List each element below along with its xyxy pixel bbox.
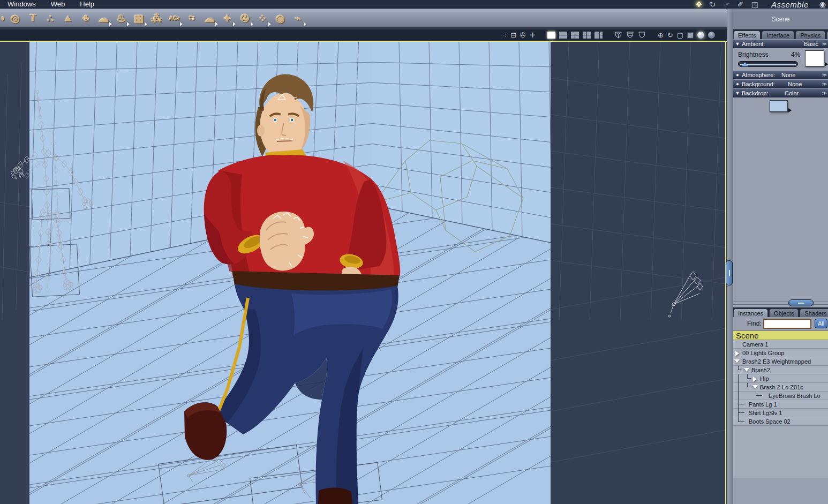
crowd-icon[interactable]: ⁘: [254, 10, 272, 26]
flat-shade-cube-icon[interactable]: [687, 32, 694, 39]
target-icon[interactable]: ◉: [272, 10, 289, 26]
ocean-icon[interactable]: ≈: [183, 10, 201, 26]
backdrop-section-header[interactable]: ▼ Backdrop: Color ≫: [733, 89, 828, 97]
rotation-icon[interactable]: ↻: [667, 32, 673, 39]
auto-group-icon[interactable]: AGr: [165, 10, 183, 26]
textured-sphere-icon[interactable]: [708, 32, 715, 39]
box-room-icon[interactable]: ◳: [751, 1, 758, 8]
checker-plate-icon[interactable]: ▦: [130, 10, 148, 26]
tree-row-eyebrows[interactable]: EyeBrows Brash Lo: [733, 392, 828, 400]
ambient-color-swatch[interactable]: [805, 50, 824, 66]
expand-down-icon[interactable]: [752, 385, 758, 389]
tree-row-hip[interactable]: Hip: [733, 374, 828, 383]
flyout-arrow-icon: [251, 22, 253, 26]
menu-windows[interactable]: Windows: [0, 0, 43, 9]
grass-icon[interactable]: ⁂: [148, 10, 165, 26]
collapse-triangle-icon[interactable]: ▼: [733, 91, 742, 96]
menu-web[interactable]: Web: [43, 0, 73, 9]
expand-right-icon[interactable]: [735, 351, 739, 356]
panel-splitter[interactable]: [733, 298, 828, 307]
expand-down-icon[interactable]: [744, 368, 749, 372]
fire-icon[interactable]: ♨: [112, 10, 130, 26]
layout-single-icon[interactable]: [547, 32, 555, 39]
movie-camera-icon[interactable]: ✇: [236, 10, 254, 26]
particle-sphere-icon[interactable]: ⁖: [503, 32, 507, 39]
tab-shaders[interactable]: Shaders: [800, 309, 828, 317]
direction-sphere-icon[interactable]: ⊕: [658, 32, 664, 39]
cloud-icon[interactable]: ☁: [95, 10, 112, 26]
background-section-header[interactable]: ● Background: None ≫: [733, 80, 828, 88]
clipped-tool-icon[interactable]: ◗: [0, 10, 6, 26]
drawer-handle-horizontal[interactable]: [788, 299, 814, 306]
backdrop-color-swatch[interactable]: [770, 100, 788, 112]
bone-icon[interactable]: ⌁: [289, 10, 307, 26]
menu-help[interactable]: Help: [72, 0, 102, 9]
chevron-icon[interactable]: ≫: [822, 91, 827, 96]
collapse-triangle-icon[interactable]: ▼: [733, 41, 742, 47]
tree-icon[interactable]: ♣: [77, 10, 95, 26]
chevron-icon[interactable]: ≫: [822, 81, 827, 87]
text-tool-icon[interactable]: T: [24, 10, 42, 26]
tree-row-pants[interactable]: Pants Lg 1: [733, 400, 828, 409]
backdrop-value[interactable]: Color: [785, 90, 799, 96]
rotate-hand-icon[interactable]: ↻: [710, 1, 716, 8]
tab-instances[interactable]: Instances: [733, 309, 768, 317]
tree-label: Pants Lg 1: [749, 401, 777, 409]
expand-right-icon[interactable]: [753, 377, 757, 382]
ambient-section-header[interactable]: ▼ Ambient: Basic ≫: [733, 40, 828, 48]
production-frame-icon[interactable]: [614, 31, 622, 39]
tree-row-boots[interactable]: Boots Space 02: [733, 417, 828, 426]
node-tree-icon[interactable]: ⊟: [510, 32, 516, 39]
point-hand-icon[interactable]: ☞: [723, 1, 730, 8]
pan-hand-icon[interactable]: ✥: [696, 1, 702, 8]
terrain-icon[interactable]: ▲: [59, 10, 77, 26]
viewport-3d-canvas[interactable]: [0, 41, 727, 504]
expand-down-icon[interactable]: [734, 359, 740, 363]
layout-grid-4-icon[interactable]: [583, 32, 591, 39]
layout-big-small-icon[interactable]: [594, 32, 603, 39]
background-value[interactable]: None: [788, 81, 802, 87]
spotlight-icon[interactable]: ✦: [219, 10, 236, 26]
menu-bar: Windows Web Help ✥ ↻ ☞ ✐ ◳ Assemble ◉: [0, 0, 828, 9]
eye-icon[interactable]: ◉: [819, 0, 826, 9]
swatch-arrow-icon[interactable]: [825, 62, 828, 66]
atmosphere-value[interactable]: None: [781, 72, 795, 78]
backdrop-label: Backdrop:: [742, 90, 769, 96]
slider-thumb[interactable]: [742, 62, 748, 66]
find-row: Find: All: [733, 317, 828, 330]
layout-split-h-icon[interactable]: [559, 32, 567, 39]
pen-icon[interactable]: ✐: [737, 1, 744, 8]
tree-row-lights-group[interactable]: 00 Lights Group: [733, 349, 828, 357]
drawer-handle-vertical[interactable]: [726, 260, 733, 285]
ambient-mode-value[interactable]: Basic: [804, 41, 818, 47]
tree-row-brash2[interactable]: Brash2: [733, 366, 828, 374]
chevron-icon[interactable]: ≫: [822, 72, 827, 78]
tab-objects[interactable]: Objects: [769, 309, 799, 317]
tree-row-shirt[interactable]: Shirt LgSlv 1: [733, 409, 828, 417]
production-frame-2-icon[interactable]: [626, 31, 634, 39]
find-all-button[interactable]: All: [815, 319, 827, 328]
tab-interface[interactable]: Interface: [762, 31, 794, 39]
smooth-shade-sphere-icon[interactable]: [697, 32, 704, 39]
brightness-slider[interactable]: [738, 61, 798, 67]
wire-cube-icon[interactable]: ▢: [677, 32, 683, 39]
swatch-arrow-icon[interactable]: [788, 108, 792, 112]
chevron-icon[interactable]: ≫: [822, 41, 827, 47]
scene-root-row[interactable]: Scene: [733, 330, 828, 340]
tree-row-brash-2-lo[interactable]: Brash 2 Lo Z01c: [733, 383, 828, 392]
find-input[interactable]: [763, 319, 811, 329]
tree-row-camera-1[interactable]: Camera 1: [733, 340, 828, 349]
tab-effects[interactable]: Effects: [733, 31, 761, 39]
tab-physics[interactable]: Physics: [795, 31, 825, 39]
brightness-label: Brightness: [738, 51, 769, 58]
fog-icon[interactable]: ☁: [201, 10, 219, 26]
particles-icon[interactable]: ∴: [42, 10, 59, 26]
gizmo-icon[interactable]: ✛: [530, 32, 536, 39]
rotate-tool-icon[interactable]: ◎: [6, 10, 24, 26]
layout-split-mixed-icon[interactable]: [571, 32, 579, 39]
panel-divider[interactable]: [727, 9, 733, 504]
atmosphere-section-header[interactable]: ● Atmosphere: None ≫: [733, 71, 828, 79]
tree-row-brash2-e3[interactable]: Brash2 E3 Weightmapped: [733, 357, 828, 366]
camera-view-icon[interactable]: ✇: [520, 32, 526, 39]
production-frame-3-icon[interactable]: [638, 31, 646, 39]
